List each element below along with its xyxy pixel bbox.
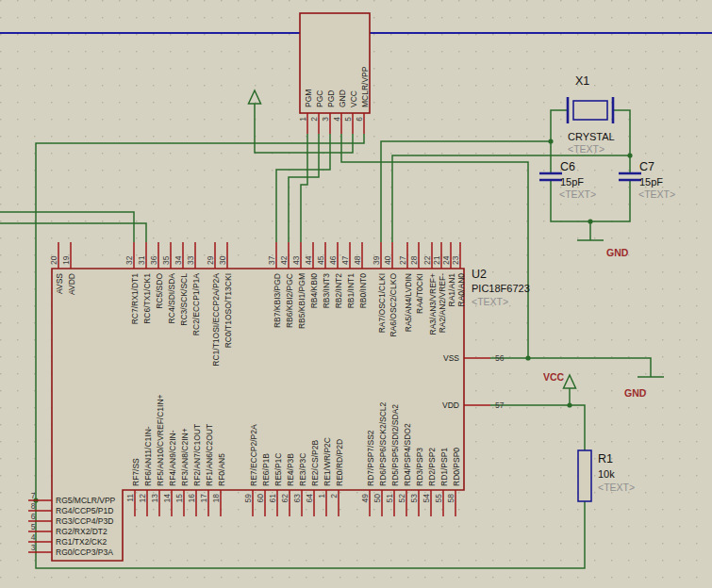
pin-name: RG0/CCP3/P3A xyxy=(56,547,113,557)
pin-name: RF4/AN9/C2IN- xyxy=(168,430,177,486)
pin-number: 3 xyxy=(321,117,330,122)
gnd-net-label: GND xyxy=(606,247,629,258)
junction-dot xyxy=(548,139,553,143)
ic-reference: U2 xyxy=(472,268,487,281)
pin-number: 62 xyxy=(280,494,290,503)
pin-number: 57 xyxy=(495,400,505,410)
pin-name: RB1/INT1 xyxy=(346,273,356,309)
pin-name: RD0/PSP0 xyxy=(452,448,461,486)
pin-name: PGM xyxy=(304,90,313,107)
resistor-text-placeholder: <TEXT> xyxy=(598,482,635,493)
pin-number: 30 xyxy=(218,255,227,265)
schematic-stage: PGM PGC PGD GND VCC MCLR/VPP 1 2 3 4 5 6… xyxy=(0,0,712,588)
pin-number: 29 xyxy=(206,255,215,265)
pin-number: 61 xyxy=(268,494,277,503)
crystal-body[interactable] xyxy=(573,101,607,120)
pin-name: RB6/KBI2/PGC xyxy=(285,273,294,328)
pin-name: RA6/OSC2/CLKO xyxy=(389,273,398,337)
pin-name: RE4/P3B xyxy=(286,453,295,486)
pin-name: AVDD xyxy=(67,273,76,295)
junction-dot xyxy=(525,355,530,360)
crystal-value: CRYSTAL xyxy=(568,131,615,142)
pin-number: 1 xyxy=(317,494,326,498)
pin-name: RG4/CCP5/P1D xyxy=(56,506,113,515)
pin-name: RF1/AN6/C2OUT xyxy=(205,424,214,486)
proteus-schematic-canvas[interactable]: PGM PGC PGD GND VCC MCLR/VPP 1 2 3 4 5 6… xyxy=(0,0,712,588)
pin-name: GND xyxy=(338,90,347,107)
pin-number: 31 xyxy=(137,255,146,265)
pin-number: 46 xyxy=(328,255,338,265)
pin-name: RC0/T1OSO/T13CKI xyxy=(224,273,233,348)
crystal-reference: X1 xyxy=(575,74,589,88)
pin-name: RC6/TX1/CK1 xyxy=(142,273,152,324)
pin-number: 7 xyxy=(31,491,36,500)
pin-name: RC4/SDI/SDA xyxy=(167,273,176,324)
pin-number: 43 xyxy=(291,255,301,265)
pin-name: RA7/OSC1/CLKI xyxy=(377,273,387,333)
pin-name: RC5/SDO xyxy=(155,273,164,309)
pin-number: 58 xyxy=(446,494,455,503)
pin-number: 22 xyxy=(422,255,432,265)
junction-dot xyxy=(588,219,592,223)
pin-number: 2 xyxy=(309,117,319,122)
pin-name: RB5/KBI1/PGM xyxy=(297,273,306,329)
pin-number: 8 xyxy=(31,501,36,511)
vcc-net-label: VCC xyxy=(543,371,565,383)
pin-number: 5 xyxy=(343,117,353,122)
pin-number: 27 xyxy=(398,255,407,265)
pin-name: RD1/PSP1 xyxy=(439,448,449,486)
pin-number: 21 xyxy=(432,255,441,265)
resistor-body[interactable] xyxy=(578,450,591,501)
pin-name: AVSS xyxy=(55,273,64,294)
junction-dot xyxy=(627,153,632,157)
pin-name: RA2/AN2/VREF- xyxy=(438,273,447,333)
pin-number: 2 xyxy=(329,494,339,498)
pin-number: 63 xyxy=(292,494,302,503)
pin-number: 28 xyxy=(409,255,419,265)
pin-number: 19 xyxy=(61,255,71,265)
pin-name: VDD xyxy=(442,400,459,410)
capacitor-text-placeholder: <TEXT> xyxy=(638,188,675,200)
pin-name: RB4/KBI0 xyxy=(309,273,319,309)
crystal-text-placeholder: <TEXT> xyxy=(568,143,604,155)
pin-number: 32 xyxy=(124,255,134,265)
pin-number: 48 xyxy=(353,255,362,265)
pin-name: RD3/PSP3 xyxy=(415,448,424,486)
pin-name: RA4/T0CKI xyxy=(415,273,424,314)
capacitor-text-placeholder: <TEXT> xyxy=(559,188,596,200)
pin-name: RA5/AN4/LVDIN xyxy=(404,273,413,332)
junction-dot xyxy=(567,402,571,407)
pin-name: MCLR/VPP xyxy=(360,66,370,107)
pin-number: 4 xyxy=(332,117,341,122)
pin-number: 14 xyxy=(162,494,172,503)
pin-name: RC3/SCK/SCL xyxy=(179,273,189,326)
pin-number: 23 xyxy=(451,255,460,265)
pin-name: RA3/AN3/VREF+ xyxy=(428,273,438,335)
pin-name: RA0/AN0 xyxy=(456,273,466,307)
pin-name: RE5/P1C xyxy=(273,453,283,486)
pin-name: RE6/P1B xyxy=(261,453,271,486)
pin-number: 1 xyxy=(298,117,307,122)
pin-name: PGC xyxy=(315,90,324,107)
pin-number: 51 xyxy=(385,494,394,503)
resistor-value: 10k xyxy=(598,468,615,480)
pin-name: RG1/TX2/CK2 xyxy=(56,537,108,547)
pin-name: VCC xyxy=(349,90,358,107)
pin-number: 12 xyxy=(138,494,147,503)
pin-name: VSS xyxy=(443,353,459,363)
capacitor-value: 15pF xyxy=(639,176,663,188)
pin-number: 35 xyxy=(161,255,171,265)
pin-number: 6 xyxy=(355,117,364,122)
pin-number: 44 xyxy=(304,255,313,265)
pin-number: 60 xyxy=(256,494,265,503)
pin-number: 45 xyxy=(316,255,325,265)
pin-name: RG3/CCP4/P3D xyxy=(56,516,113,526)
pin-number: 39 xyxy=(372,255,381,265)
pin-number: 5 xyxy=(31,522,36,531)
pin-number: 47 xyxy=(340,255,350,265)
pin-number: 55 xyxy=(434,494,443,503)
gnd-net-label: GND xyxy=(624,387,647,399)
pin-number: 16 xyxy=(187,494,196,503)
pin-number: 13 xyxy=(150,494,159,503)
pin-number: 15 xyxy=(174,494,184,503)
